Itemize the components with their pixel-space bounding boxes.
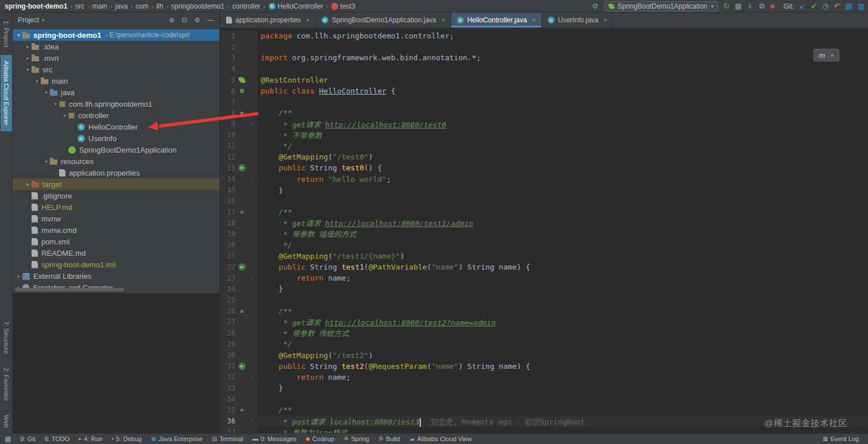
code-line[interactable]: 13⇄ public String test0() {: [220, 162, 868, 173]
breadcrumb-item[interactable]: spring-boot-demo1: [3, 2, 68, 10]
statusbar-item[interactable]: ▦Event Log: [818, 435, 863, 442]
code-line[interactable]: 8≡ /**: [220, 107, 868, 118]
tree-item[interactable]: mvnw.cmd: [13, 224, 219, 236]
fold-arrow-icon[interactable]: ˅: [248, 176, 256, 182]
run-config-selector[interactable]: SpringBootDemo1Application ▾: [604, 1, 718, 11]
breadcrumb-item[interactable]: main: [91, 2, 108, 10]
code-line[interactable]: 4: [220, 64, 868, 75]
statusbar-item[interactable]: ▤Terminal: [207, 435, 248, 442]
chevron-down-icon[interactable]: ▾: [52, 102, 59, 107]
editor-tab[interactable]: CHelloController.java×: [451, 13, 542, 28]
tree-item[interactable]: ▾resources: [13, 155, 219, 167]
code-line[interactable]: 18 * get请求 http://localhost:8080/test1/a…: [220, 217, 868, 228]
breadcrumb-item[interactable]: springbootdemo1: [170, 2, 226, 10]
code-line[interactable]: 25: [220, 295, 868, 306]
tool-window-button[interactable]: 7: Structure: [1, 316, 12, 360]
close-icon[interactable]: ×: [441, 17, 445, 24]
chevron-right-icon[interactable]: ▸: [15, 274, 22, 279]
statusbar-item[interactable]: 9: Git: [16, 435, 40, 442]
tree-item[interactable]: ▾java: [13, 87, 219, 98]
breadcrumb-item[interactable]: java: [114, 2, 129, 10]
update-project-icon[interactable]: ↙: [799, 2, 805, 10]
breadcrumb-item[interactable]: controller: [231, 2, 261, 10]
tree-item[interactable]: ▸target: [13, 178, 219, 190]
pull-requests-icon[interactable]: ▥: [858, 2, 865, 10]
close-icon[interactable]: ×: [532, 17, 536, 24]
tree-item[interactable]: CUserInfo: [13, 133, 219, 144]
commit-icon[interactable]: ✔: [811, 2, 817, 10]
tool-window-button[interactable]: 2: Favorites: [1, 362, 12, 406]
tool-window-button[interactable]: Alibaba Cloud Explorer: [1, 55, 12, 131]
statusbar-item[interactable]: ▪5: Debug: [107, 435, 146, 442]
tree-item[interactable]: ▸Scratches and Consoles: [13, 282, 219, 293]
tree-item[interactable]: .gitignore: [13, 190, 219, 201]
panel-settings-icon[interactable]: ⚙: [194, 17, 200, 24]
code-line[interactable]: 6public class HelloController {: [220, 85, 868, 96]
tree-item[interactable]: ▸External Libraries: [13, 270, 219, 282]
tree-item[interactable]: application.properties: [13, 167, 219, 178]
build-hammer-icon[interactable]: ⚙: [592, 2, 599, 10]
tree-item[interactable]: SpringBootDemo1Application: [13, 144, 219, 155]
statusbar-item[interactable]: ⚙Build: [374, 435, 404, 442]
fold-arrow-icon[interactable]: ˅: [248, 374, 256, 380]
profiler-icon[interactable]: ⇓: [747, 2, 753, 10]
sync-icon[interactable]: ↻: [723, 2, 730, 10]
code-line[interactable]: 27 * get请求 http://localhost:8080/test2?n…: [220, 317, 868, 328]
remote-host-icon[interactable]: ▤: [845, 2, 852, 10]
breadcrumb-item[interactable]: test3: [330, 2, 356, 10]
code-line[interactable]: 7: [220, 96, 868, 107]
tree-item[interactable]: ▸.idea: [13, 41, 219, 52]
statusbar-item[interactable]: ☘Spring: [339, 435, 374, 442]
chevron-down-icon[interactable]: ▾: [61, 113, 68, 118]
tree-item[interactable]: pom.xml: [13, 236, 219, 247]
tree-item[interactable]: ▾src: [13, 64, 219, 75]
fold-arrow-icon[interactable]: ˅: [248, 121, 256, 127]
doc-render-toggle-icon[interactable]: ≡: [240, 407, 243, 413]
tree-item[interactable]: spring-boot-demo1.iml: [13, 259, 219, 270]
horizontal-scrollbar[interactable]: [15, 288, 124, 291]
tree-item[interactable]: README.md: [13, 247, 219, 259]
code-line[interactable]: 21 @GetMapping("/test1/{name}"): [220, 251, 868, 262]
code-line[interactable]: 5@RestController: [220, 75, 868, 85]
project-panel-title[interactable]: Project ▾: [18, 16, 44, 24]
breadcrumb-item[interactable]: llh: [155, 2, 164, 10]
close-icon[interactable]: ×: [831, 52, 834, 59]
close-icon[interactable]: ×: [603, 17, 607, 24]
code-line[interactable]: 35≡ /**: [220, 404, 868, 415]
code-line[interactable]: 22⇄ public String test1(@PathVariable("n…: [220, 262, 868, 272]
code-line[interactable]: 33 }: [220, 383, 868, 394]
doc-render-toggle-icon[interactable]: ≡: [240, 209, 243, 215]
tool-window-button[interactable]: 1: Project: [1, 15, 12, 53]
statusbar-item[interactable]: ▸4: Run: [74, 435, 107, 442]
code-line[interactable]: 1package com.llh.springbootdemo1.control…: [220, 30, 868, 41]
chevron-down-icon[interactable]: ▾: [24, 67, 32, 72]
code-line[interactable]: 14˅ return "hello world";: [220, 173, 868, 184]
tree-item[interactable]: HELP.md: [13, 201, 219, 213]
stop-icon[interactable]: ■: [770, 2, 775, 10]
collapse-all-icon[interactable]: ⊟: [181, 17, 187, 24]
breadcrumb-item[interactable]: CHelloController: [268, 2, 324, 10]
code-line[interactable]: 30 @GetMapping("/test2"): [220, 349, 868, 360]
hide-panel-icon[interactable]: —: [207, 17, 214, 24]
spring-leaf-icon[interactable]: [238, 76, 246, 84]
code-line[interactable]: 16: [220, 196, 868, 207]
code-editor[interactable]: 1package com.llh.springbootdemo1.control…: [220, 28, 868, 433]
code-line[interactable]: 20 */: [220, 240, 868, 251]
fold-arrow-icon[interactable]: ˅: [248, 275, 256, 281]
code-line[interactable]: 10 * 不带参数: [220, 130, 868, 141]
code-line[interactable]: 17≡ /**: [220, 207, 868, 217]
statusbar-item[interactable]: 6: TODO: [40, 435, 75, 442]
chevron-right-icon[interactable]: ▸: [24, 44, 32, 49]
tool-window-button[interactable]: Web: [1, 409, 12, 433]
chevron-down-icon[interactable]: ▾: [33, 79, 41, 84]
doc-render-toggle-icon[interactable]: ≡: [240, 308, 243, 314]
code-line[interactable]: 28 * 带参数 传统方式: [220, 328, 868, 338]
statusbar-item[interactable]: ▬0: Messages: [248, 435, 301, 442]
chevron-right-icon[interactable]: ▸: [24, 56, 32, 61]
code-line[interactable]: 29 */: [220, 338, 868, 349]
code-line[interactable]: 11 */: [220, 141, 868, 151]
code-line[interactable]: 15 }: [220, 185, 868, 196]
statusbar-item[interactable]: ▣Java Enterprise: [146, 435, 207, 442]
code-line[interactable]: 24 }: [220, 283, 868, 294]
breadcrumb-item[interactable]: com: [134, 2, 150, 10]
